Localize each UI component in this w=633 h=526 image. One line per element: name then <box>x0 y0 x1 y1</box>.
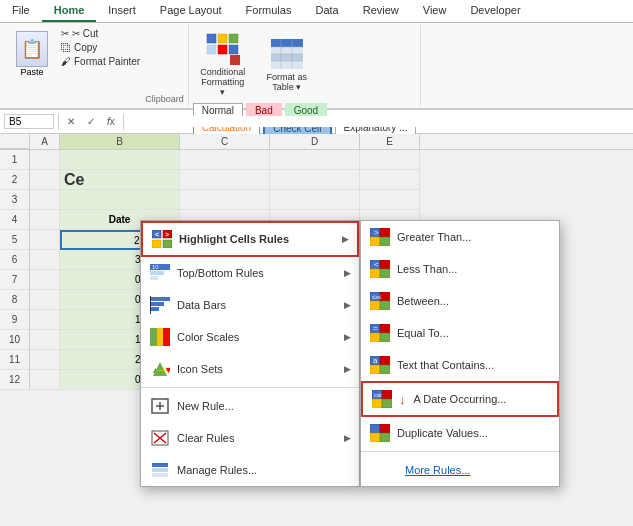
svg-rect-45 <box>152 463 168 467</box>
cell-a9[interactable] <box>30 310 60 330</box>
cut-button[interactable]: ✂ ✂ Cut <box>58 27 143 40</box>
svg-rect-27 <box>150 302 164 306</box>
submenu-item-more-rules[interactable]: More Rules... <box>361 454 559 486</box>
cell-a12[interactable] <box>30 370 60 390</box>
table-row: 2 Ce <box>0 170 633 190</box>
format-as-table-icon <box>269 36 305 72</box>
cell-a2[interactable] <box>30 170 60 190</box>
svg-rect-47 <box>152 473 168 477</box>
cell-c2[interactable] <box>180 170 270 190</box>
tab-view[interactable]: View <box>411 0 459 22</box>
cell-d2[interactable] <box>270 170 360 190</box>
submenu-item-equal-to[interactable]: = Equal To... <box>361 317 559 349</box>
col-header-c: C <box>180 134 270 149</box>
copy-icon: ⿻ <box>61 42 71 53</box>
tab-developer[interactable]: Developer <box>458 0 532 22</box>
svg-rect-50 <box>370 237 380 246</box>
cell-b1[interactable] <box>60 150 180 170</box>
confirm-formula-button[interactable]: ✓ <box>83 116 99 127</box>
svg-rect-71 <box>380 365 390 374</box>
svg-rect-24 <box>150 276 158 280</box>
tab-page-layout[interactable]: Page Layout <box>148 0 234 22</box>
cell-d3[interactable] <box>270 190 360 210</box>
menu-item-manage-rules[interactable]: Manage Rules... <box>141 454 359 486</box>
cell-a11[interactable] <box>30 350 60 370</box>
menu-item-data-bars[interactable]: Data Bars ▶ <box>141 289 359 321</box>
svg-text:=: = <box>373 324 378 333</box>
svg-rect-5 <box>229 45 238 54</box>
menu-item-highlight-cells-rules[interactable]: < > Highlight Cells Rules ▶ <box>141 221 359 257</box>
menu-item-icon-sets[interactable]: ▲ — ▼ Icon Sets ▶ <box>141 353 359 385</box>
format-painter-button[interactable]: 🖌 Format Painter <box>58 55 143 68</box>
cell-e1[interactable] <box>360 150 420 170</box>
submenu-item-between[interactable]: ≤x≤ Between... <box>361 285 559 317</box>
cell-a3[interactable] <box>30 190 60 210</box>
table-row: 3 <box>0 190 633 210</box>
submenu-item-duplicate-values[interactable]: Duplicate Values... <box>361 417 559 449</box>
cell-c3[interactable] <box>180 190 270 210</box>
cell-d1[interactable] <box>270 150 360 170</box>
data-bars-label: Data Bars <box>177 299 338 311</box>
data-bars-arrow: ▶ <box>344 300 351 310</box>
tab-review[interactable]: Review <box>351 0 411 22</box>
between-icon: ≤x≤ <box>369 290 391 312</box>
between-label: Between... <box>397 295 449 307</box>
submenu-item-greater-than[interactable]: > Greater Than... <box>361 221 559 253</box>
row-num: 2 <box>0 170 30 190</box>
duplicate-values-label: Duplicate Values... <box>397 427 488 439</box>
tab-home[interactable]: Home <box>42 0 97 22</box>
format-as-table-button[interactable]: Format as Table ▾ <box>257 32 317 96</box>
clipboard-sub: ✂ ✂ Cut ⿻ Copy 🖌 Format Painter <box>58 27 143 68</box>
cell-a7[interactable] <box>30 270 60 290</box>
submenu-item-text-contains[interactable]: a Text that Contains... <box>361 349 559 381</box>
row-num: 9 <box>0 310 30 330</box>
cancel-formula-button[interactable]: ✕ <box>63 116 79 127</box>
text-contains-icon: a <box>369 354 391 376</box>
paste-button[interactable]: 📋 Paste <box>8 27 56 81</box>
svg-rect-18 <box>152 240 161 248</box>
highlight-cells-rules-label: Highlight Cells Rules <box>179 233 336 245</box>
menu-item-new-rule[interactable]: New Rule... <box>141 390 359 422</box>
submenu-divider <box>361 451 559 452</box>
svg-rect-7 <box>271 39 303 47</box>
menu-item-color-scales[interactable]: Color Scales ▶ <box>141 321 359 353</box>
tab-data[interactable]: Data <box>303 0 350 22</box>
row-num: 12 <box>0 370 30 390</box>
tab-formulas[interactable]: Formulas <box>234 0 304 22</box>
svg-rect-56 <box>380 269 390 278</box>
cell-b3[interactable] <box>60 190 180 210</box>
cell-a10[interactable] <box>30 330 60 350</box>
cell-c1[interactable] <box>180 150 270 170</box>
highlight-cells-rules-arrow: ▶ <box>342 234 349 244</box>
date-occurring-icon: cal <box>371 388 393 410</box>
menu-item-clear-rules[interactable]: Clear Rules ▶ <box>141 422 359 454</box>
svg-rect-46 <box>152 468 168 472</box>
cell-e3[interactable] <box>360 190 420 210</box>
formula-input[interactable] <box>128 116 629 127</box>
greater-than-icon: > <box>369 226 391 248</box>
formula-input-divider <box>123 114 124 130</box>
cell-a5[interactable] <box>30 230 60 250</box>
cell-a8[interactable] <box>30 290 60 310</box>
cell-reference-input[interactable] <box>4 114 54 129</box>
copy-button[interactable]: ⿻ Copy <box>58 41 143 54</box>
date-occurring-arrow-icon: ↓ <box>399 392 406 407</box>
menu-item-top-bottom-rules[interactable]: 10 Top/Bottom Rules ▶ <box>141 257 359 289</box>
tab-file[interactable]: File <box>0 0 42 22</box>
svg-text:a: a <box>373 356 378 365</box>
top-bottom-rules-label: Top/Bottom Rules <box>177 267 338 279</box>
submenu-item-date-occurring[interactable]: cal ↓ A Date Occurring... <box>361 381 559 417</box>
submenu-item-less-than[interactable]: < Less Than... <box>361 253 559 285</box>
conditional-formatting-button[interactable]: Conditional Formatting ▾ <box>193 27 253 101</box>
svg-rect-0 <box>207 34 216 43</box>
cell-a4[interactable] <box>30 210 60 230</box>
cell-e2[interactable] <box>360 170 420 190</box>
cell-b2[interactable]: Ce <box>60 170 180 190</box>
more-rules-label[interactable]: More Rules... <box>397 460 478 480</box>
insert-function-button[interactable]: fx <box>103 116 119 127</box>
col-header-e: E <box>360 134 420 149</box>
cell-a1[interactable] <box>30 150 60 170</box>
cell-a6[interactable] <box>30 250 60 270</box>
clear-rules-label: Clear Rules <box>177 432 338 444</box>
tab-insert[interactable]: Insert <box>96 0 148 22</box>
